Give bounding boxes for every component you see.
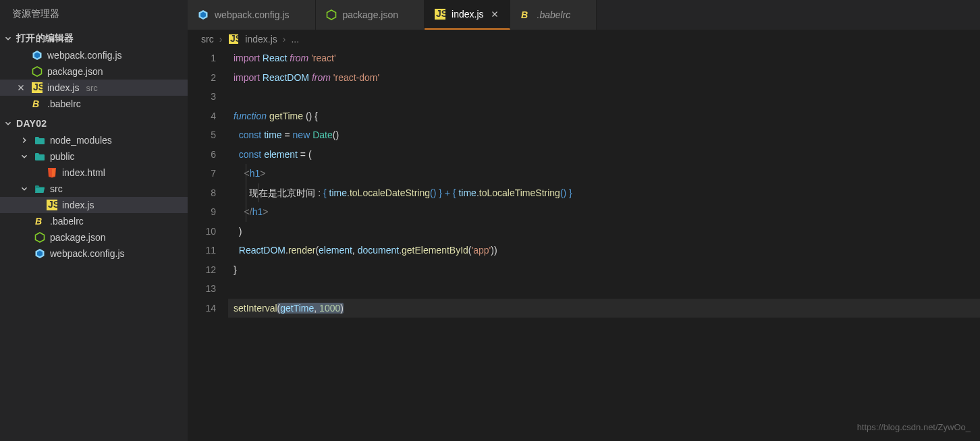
folder-item[interactable]: node_modules (0, 132, 188, 148)
line-number: 7 (188, 164, 216, 183)
close-icon[interactable] (15, 82, 27, 94)
line-number: 8 (188, 183, 216, 203)
open-editor-item[interactable]: B.babelrc (0, 96, 188, 112)
line-number: 10 (188, 222, 216, 241)
open-editor-item[interactable]: package.json (0, 63, 188, 80)
tree-item-name: webpack.config.js (50, 248, 125, 259)
svg-text:JS: JS (33, 82, 43, 92)
code-line[interactable]: function getTime () { (234, 107, 980, 126)
file-item[interactable]: webpack.config.js (0, 245, 188, 262)
open-editors-list: webpack.config.jspackage.jsonJSindex.jss… (0, 47, 188, 112)
babel-icon: B (31, 98, 43, 110)
open-editor-name: index.js (47, 82, 79, 93)
svg-text:JS: JS (230, 34, 238, 44)
code-editor[interactable]: 1234567891011121314 import React from 'r… (188, 49, 980, 441)
workspace-label: DAY02 (16, 118, 47, 129)
code-line[interactable]: setInterval(getTime, 1000) (234, 299, 980, 318)
code-line[interactable]: 现在是北京时间 : { time.toLocaleDateString() } … (234, 183, 980, 203)
app-root: 资源管理器 打开的编辑器 webpack.config.jspackage.js… (0, 0, 980, 441)
nodejs-icon (325, 9, 337, 21)
breadcrumb-segment[interactable]: ... (291, 34, 299, 45)
code-lines[interactable]: import React from 'react' import ReactDO… (228, 49, 980, 441)
svg-text:B: B (32, 98, 39, 109)
file-item[interactable]: index.html (0, 165, 188, 181)
code-line[interactable] (234, 87, 980, 107)
code-line[interactable]: </h1> (234, 202, 980, 222)
svg-marker-2 (33, 67, 42, 76)
file-item[interactable]: B.babelrc (0, 213, 188, 229)
tree-item-name: package.json (50, 232, 106, 243)
chevron-right-icon: › (283, 34, 286, 45)
line-number: 6 (188, 145, 216, 165)
sidebar: 资源管理器 打开的编辑器 webpack.config.jspackage.js… (0, 0, 188, 441)
chevron-down-icon (3, 118, 13, 129)
html5-icon (46, 167, 58, 179)
line-number: 5 (188, 125, 216, 145)
breadcrumb-segment[interactable]: index.js (245, 34, 277, 45)
code-line[interactable]: <h1> (234, 164, 980, 183)
workspace-section: DAY02 node_modulespublicindex.htmlsrcJSi… (0, 113, 188, 263)
folder-teal-open-icon (34, 183, 46, 195)
line-number: 9 (188, 202, 216, 222)
line-number: 12 (188, 260, 216, 280)
open-editors-header[interactable]: 打开的编辑器 (0, 30, 188, 47)
file-item[interactable]: JSindex.js (0, 197, 188, 213)
editor-tab[interactable]: package.json (316, 0, 425, 30)
webpack-icon (197, 9, 209, 21)
babel-icon: B (520, 9, 532, 21)
tab-name: index.js (452, 9, 483, 20)
svg-text:JS: JS (436, 9, 445, 19)
line-number: 2 (188, 68, 216, 88)
close-icon[interactable] (489, 9, 500, 20)
line-number: 3 (188, 87, 216, 107)
open-editors-section: 打开的编辑器 webpack.config.jspackage.jsonJSin… (0, 28, 188, 113)
code-line[interactable] (234, 279, 980, 299)
tree-item-name: index.html (62, 167, 105, 178)
sidebar-title: 资源管理器 (0, 0, 188, 28)
open-editor-item[interactable]: JSindex.jssrc (0, 80, 188, 96)
code-line[interactable]: import ReactDOM from 'react-dom' (234, 68, 980, 88)
file-item[interactable]: package.json (0, 229, 188, 245)
tree-item-name: public (50, 151, 75, 162)
editor-tab[interactable]: webpack.config.js (188, 0, 316, 30)
code-line[interactable]: } (234, 260, 980, 280)
chevron-down-icon (3, 33, 13, 44)
nodejs-icon (34, 231, 46, 243)
js-icon: JS (227, 33, 240, 45)
folder-item[interactable]: public (0, 148, 188, 165)
breadcrumb-segment[interactable]: src (201, 34, 214, 45)
tab-name: .babelrc (537, 9, 571, 20)
line-number-gutter: 1234567891011121314 (188, 49, 228, 441)
code-line[interactable]: const time = new Date() (234, 125, 980, 145)
line-number: 13 (188, 279, 216, 299)
open-editor-name: .babelrc (47, 98, 81, 109)
js-icon: JS (434, 8, 446, 20)
line-number: 4 (188, 107, 216, 126)
svg-text:B: B (521, 9, 528, 20)
editor-tab[interactable]: B.babelrc (510, 0, 597, 30)
code-line[interactable]: ReactDOM.render(element, document.getEle… (234, 241, 980, 260)
open-editor-name: webpack.config.js (47, 50, 122, 61)
editor-area: webpack.config.jspackage.jsonJSindex.jsB… (188, 0, 980, 441)
breadcrumb[interactable]: src › JS index.js › ... (188, 30, 980, 49)
chevron-right-icon: › (219, 34, 223, 45)
tab-bar: webpack.config.jspackage.jsonJSindex.jsB… (188, 0, 980, 30)
folder-teal-icon (34, 150, 46, 163)
workspace-header[interactable]: DAY02 (0, 115, 188, 132)
code-line[interactable]: import React from 'react' (234, 49, 980, 68)
file-tree: node_modulespublicindex.htmlsrcJSindex.j… (0, 132, 188, 262)
folder-item[interactable]: src (0, 181, 188, 197)
tree-item-name: .babelrc (50, 216, 84, 227)
js-icon: JS (31, 82, 43, 94)
js-icon: JS (46, 199, 58, 211)
tab-name: webpack.config.js (215, 9, 290, 20)
webpack-icon (31, 49, 43, 61)
code-line[interactable]: ) (234, 222, 980, 241)
open-editor-item[interactable]: webpack.config.js (0, 47, 188, 63)
code-line[interactable]: const element = ( (234, 145, 980, 165)
open-editor-name: package.json (47, 66, 103, 77)
editor-tab[interactable]: JSindex.js (425, 0, 510, 30)
tab-name: package.json (343, 9, 399, 20)
chevron-down-icon (19, 183, 30, 194)
folder-teal-icon (34, 134, 46, 146)
